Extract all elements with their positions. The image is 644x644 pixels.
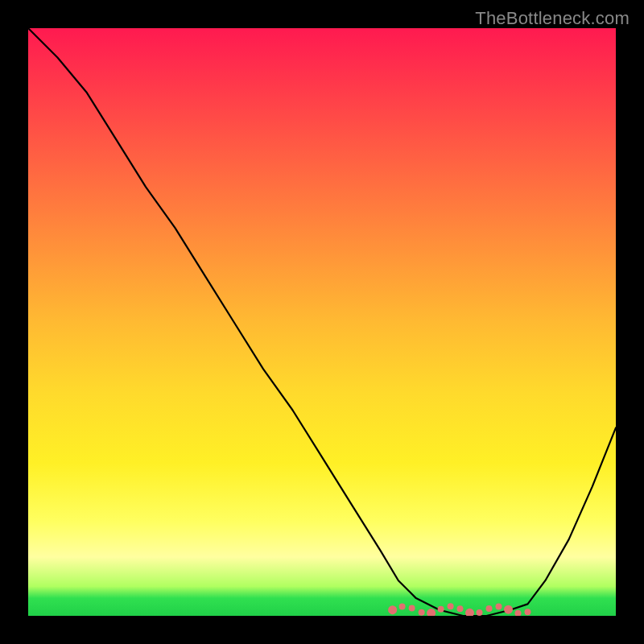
data-dot: [399, 604, 406, 610]
data-dot: [504, 605, 513, 614]
data-dot: [409, 605, 415, 611]
chart-container: TheBottleneck.com: [0, 0, 644, 644]
data-dot: [438, 606, 444, 613]
data-dot: [486, 605, 493, 612]
data-dot: [496, 603, 502, 609]
data-dot: [388, 605, 397, 614]
data-dot: [525, 609, 531, 615]
curve-line: [28, 28, 616, 616]
data-dot: [448, 603, 454, 609]
data-dot: [419, 609, 425, 616]
data-dot: [457, 605, 464, 612]
dots-group: [388, 603, 530, 616]
data-dot: [427, 609, 436, 616]
chart-svg: [28, 28, 616, 616]
data-dot: [515, 610, 522, 616]
data-dot: [465, 609, 474, 616]
plot-area: [28, 28, 616, 616]
data-dot: [477, 609, 483, 616]
watermark-text: TheBottleneck.com: [475, 8, 630, 29]
